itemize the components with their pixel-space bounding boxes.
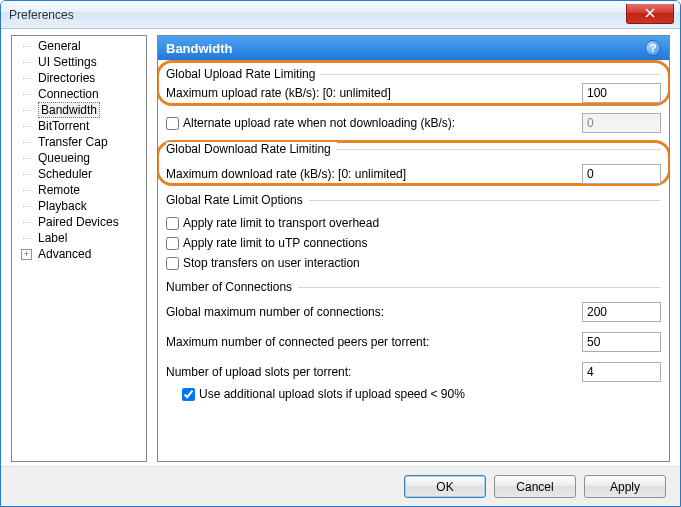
opt-transport-overhead-label: Apply rate limit to transport overhead [183,216,379,230]
close-button[interactable] [626,4,674,24]
group-connections-title: Number of Connections [166,280,298,294]
settings-panel: Bandwidth ? Global Upload Rate Limiting … [157,35,670,462]
sidebar-item-remote[interactable]: ⋯Remote [12,182,146,198]
max-upload-input[interactable] [582,83,661,103]
expand-icon[interactable]: + [21,249,32,260]
sidebar-item-general[interactable]: ⋯General [12,38,146,54]
peers-per-torrent-input[interactable] [582,332,661,352]
extra-slots-checkbox[interactable] [182,388,195,401]
upload-slots-label: Number of upload slots per torrent: [166,365,351,379]
alt-upload-label: Alternate upload rate when not downloadi… [183,116,455,130]
peers-per-torrent-label: Maximum number of connected peers per to… [166,335,429,349]
max-download-input[interactable] [582,164,661,184]
group-download: Global Download Rate Limiting Maximum do… [166,149,661,186]
group-options-title: Global Rate Limit Options [166,193,309,207]
sidebar-item-bittorrent[interactable]: ⋯BitTorrent [12,118,146,134]
window-title: Preferences [9,8,74,22]
sidebar-item-directories[interactable]: ⋯Directories [12,70,146,86]
alt-upload-checkbox[interactable] [166,117,179,130]
sidebar-item-queueing[interactable]: ⋯Queueing [12,150,146,166]
sidebar-item-connection[interactable]: ⋯Connection [12,86,146,102]
group-connections: Number of Connections Global maximum num… [166,287,661,404]
apply-button[interactable]: Apply [584,475,666,498]
group-rate-limit-options: Global Rate Limit Options Apply rate lim… [166,200,661,273]
opt-transport-overhead-checkbox[interactable] [166,217,179,230]
dialog-footer: OK Cancel Apply [1,466,680,506]
sidebar-item-bandwidth[interactable]: ⋯Bandwidth [12,102,146,118]
sidebar-item-paired-devices[interactable]: ⋯Paired Devices [12,214,146,230]
cancel-button[interactable]: Cancel [494,475,576,498]
group-download-title: Global Download Rate Limiting [166,142,337,156]
sidebar-item-ui-settings[interactable]: ⋯UI Settings [12,54,146,70]
opt-utp-label: Apply rate limit to uTP connections [183,236,368,250]
preferences-window: Preferences ⋯General ⋯UI Settings ⋯Direc… [0,0,681,507]
category-tree[interactable]: ⋯General ⋯UI Settings ⋯Directories ⋯Conn… [11,35,147,462]
close-icon [645,8,655,18]
titlebar: Preferences [1,1,680,29]
panel-title: Bandwidth [166,41,232,56]
global-conn-label: Global maximum number of connections: [166,305,384,319]
panel-header: Bandwidth ? [158,36,669,60]
sidebar-item-transfer-cap[interactable]: ⋯Transfer Cap [12,134,146,150]
group-upload-title: Global Upload Rate Limiting [166,67,321,81]
opt-stop-interaction-checkbox[interactable] [166,257,179,270]
help-button[interactable]: ? [645,40,661,56]
group-upload: Global Upload Rate Limiting Maximum uplo… [166,74,661,135]
extra-slots-label: Use additional upload slots if upload sp… [199,387,465,401]
sidebar-item-label[interactable]: ⋯Label [12,230,146,246]
alt-upload-input [582,113,661,133]
sidebar-item-playback[interactable]: ⋯Playback [12,198,146,214]
opt-utp-checkbox[interactable] [166,237,179,250]
max-download-label: Maximum download rate (kB/s): [0: unlimi… [166,167,406,181]
help-icon: ? [650,42,657,54]
opt-stop-interaction-label: Stop transfers on user interaction [183,256,360,270]
global-conn-input[interactable] [582,302,661,322]
ok-button[interactable]: OK [404,475,486,498]
sidebar-item-advanced[interactable]: +Advanced [12,246,146,262]
upload-slots-input[interactable] [582,362,661,382]
max-upload-label: Maximum upload rate (kB/s): [0: unlimite… [166,86,391,100]
sidebar-item-scheduler[interactable]: ⋯Scheduler [12,166,146,182]
